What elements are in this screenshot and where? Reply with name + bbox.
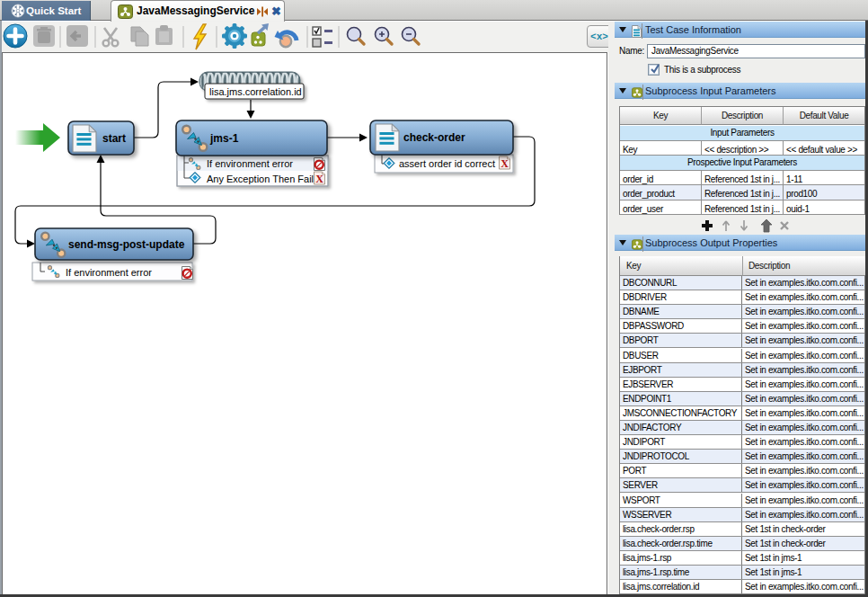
- svg-text:check-order: check-order: [403, 131, 465, 144]
- svg-text:jms-1: jms-1: [209, 132, 239, 145]
- svg-text:X: X: [500, 157, 509, 170]
- svg-text:If environment error: If environment error: [207, 158, 293, 169]
- svg-text:send-msg-post-update: send-msg-post-update: [68, 238, 185, 251]
- svg-text:X: X: [315, 173, 323, 185]
- svg-text:Any Exception Then Fail: Any Exception Then Fail: [207, 174, 314, 184]
- svg-text:assert order id correct: assert order id correct: [399, 158, 495, 169]
- svg-text:If environment error: If environment error: [66, 267, 152, 278]
- svg-text:start: start: [102, 132, 126, 145]
- svg-text:lisa.jms.correlation.id: lisa.jms.correlation.id: [209, 86, 302, 97]
